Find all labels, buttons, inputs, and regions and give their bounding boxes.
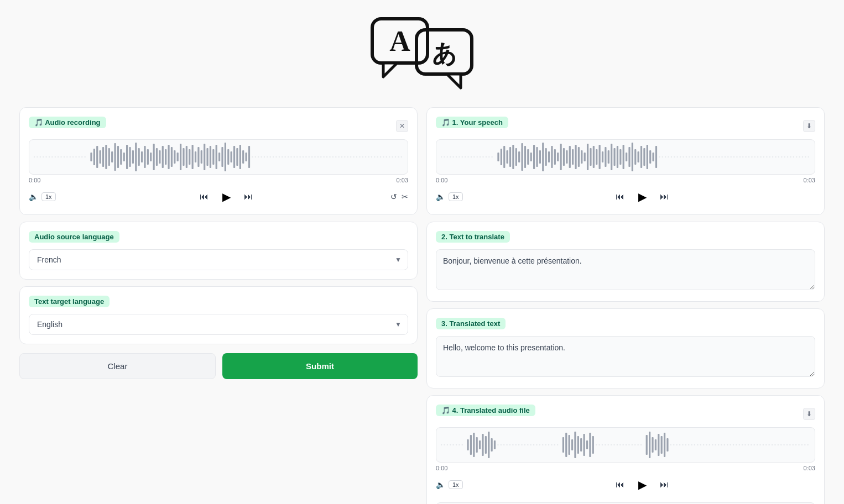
cut-button-left[interactable]: ✂ — [402, 192, 408, 201]
play-button-left[interactable]: ▶ — [217, 188, 235, 206]
speed-badge-left[interactable]: 1x — [41, 192, 56, 201]
svg-rect-10 — [100, 150, 101, 164]
svg-rect-135 — [577, 436, 579, 454]
svg-rect-93 — [587, 144, 588, 170]
audio-recording-label: 🎵 Audio recording — [29, 117, 106, 128]
svg-rect-44 — [201, 150, 202, 164]
volume-icon-audio[interactable]: 🔈 — [436, 480, 445, 489]
svg-rect-37 — [180, 144, 181, 170]
svg-rect-7 — [90, 153, 92, 161]
playback-controls-left: ⏮ ▶ ⏭ — [62, 188, 390, 206]
fast-forward-button-speech[interactable]: ⏭ — [660, 192, 669, 202]
source-language-dropdown-wrap: French English Spanish German ▼ — [29, 249, 408, 270]
translated-text-label: 3. Translated text — [436, 318, 506, 329]
svg-rect-22 — [135, 143, 137, 171]
translated-text-field[interactable] — [436, 336, 815, 377]
svg-rect-66 — [507, 150, 508, 164]
svg-text:あ: あ — [432, 40, 457, 67]
svg-rect-73 — [527, 149, 529, 165]
svg-rect-39 — [186, 146, 187, 168]
your-speech-waveform — [436, 139, 815, 175]
svg-rect-77 — [539, 150, 541, 164]
volume-icon-speech[interactable]: 🔈 — [436, 192, 445, 201]
text-to-translate-field[interactable] — [436, 249, 815, 290]
translated-text-card: 3. Translated text — [426, 308, 825, 389]
svg-rect-8 — [93, 149, 95, 165]
svg-rect-23 — [138, 148, 140, 166]
svg-rect-15 — [114, 143, 116, 171]
svg-rect-82 — [554, 149, 556, 165]
svg-rect-143 — [649, 432, 650, 458]
time-end-speech: 0:03 — [804, 177, 815, 183]
speed-badge-audio[interactable]: 1x — [449, 480, 463, 489]
svg-rect-146 — [658, 434, 659, 456]
download-audio-button[interactable]: ⬇ — [803, 408, 815, 420]
svg-rect-64 — [501, 149, 502, 165]
volume-icon-left[interactable]: 🔈 — [29, 192, 38, 201]
svg-rect-63 — [497, 153, 499, 161]
svg-rect-17 — [120, 149, 122, 165]
svg-rect-103 — [617, 146, 618, 168]
svg-rect-144 — [652, 437, 653, 453]
playback-controls-audio: ⏮ ▶ ⏭ — [470, 476, 815, 494]
svg-rect-88 — [572, 149, 574, 165]
svg-rect-56 — [236, 148, 238, 166]
download-speech-button[interactable]: ⬇ — [803, 120, 815, 132]
rewind-button-left[interactable]: ⏮ — [200, 192, 209, 202]
source-language-select[interactable]: French English Spanish German — [29, 249, 408, 270]
svg-rect-87 — [569, 146, 571, 168]
svg-rect-48 — [212, 149, 214, 165]
svg-rect-107 — [628, 147, 630, 167]
fast-forward-button-left[interactable]: ⏭ — [244, 192, 253, 202]
svg-rect-106 — [626, 153, 627, 161]
audio-waveform — [29, 139, 408, 175]
text-to-translate-label: 2. Text to translate — [436, 231, 510, 243]
svg-rect-99 — [605, 147, 606, 167]
svg-rect-115 — [652, 153, 654, 161]
svg-rect-26 — [147, 149, 149, 165]
svg-rect-24 — [141, 151, 143, 162]
svg-rect-9 — [96, 146, 98, 168]
svg-rect-19 — [126, 145, 128, 169]
close-button[interactable]: ✕ — [396, 120, 408, 132]
rewind-button-speech[interactable]: ⏮ — [616, 192, 624, 202]
svg-rect-90 — [578, 147, 580, 167]
target-language-select[interactable]: English French Spanish German — [29, 314, 408, 335]
svg-rect-134 — [574, 432, 576, 458]
your-speech-card: 🎵 1. Your speech ⬇ — [426, 107, 825, 215]
play-button-audio[interactable]: ▶ — [633, 476, 651, 494]
svg-rect-76 — [536, 147, 538, 167]
svg-rect-55 — [233, 146, 235, 168]
svg-rect-89 — [575, 145, 576, 169]
svg-rect-58 — [242, 150, 244, 164]
svg-rect-36 — [177, 153, 179, 161]
svg-rect-111 — [640, 146, 642, 168]
svg-rect-59 — [245, 153, 247, 161]
target-language-card: Text target language English French Span… — [19, 286, 418, 344]
speed-badge-speech[interactable]: 1x — [449, 192, 463, 201]
svg-rect-52 — [225, 143, 226, 171]
svg-rect-140 — [592, 436, 594, 454]
clear-button[interactable]: Clear — [19, 353, 216, 379]
submit-button[interactable]: Submit — [222, 353, 418, 379]
rewind-button-audio[interactable]: ⏮ — [616, 480, 624, 490]
svg-rect-105 — [623, 145, 624, 169]
svg-rect-68 — [512, 145, 514, 169]
svg-rect-35 — [174, 150, 175, 164]
svg-rect-110 — [638, 151, 639, 162]
svg-rect-139 — [589, 433, 591, 457]
translated-audio-label: 🎵 4. Translated audio file — [436, 405, 535, 416]
svg-rect-121 — [473, 433, 475, 457]
svg-rect-43 — [197, 147, 199, 167]
reset-button-left[interactable]: ↺ — [390, 192, 397, 201]
fast-forward-button-audio[interactable]: ⏭ — [660, 480, 669, 490]
svg-rect-96 — [596, 149, 597, 165]
svg-rect-16 — [117, 146, 119, 168]
svg-rect-14 — [111, 151, 113, 162]
svg-rect-142 — [646, 435, 648, 455]
svg-rect-97 — [599, 145, 601, 169]
svg-rect-34 — [171, 147, 173, 167]
svg-rect-74 — [530, 153, 532, 161]
audio-recording-card: 🎵 Audio recording ✕ — [19, 107, 418, 215]
play-button-speech[interactable]: ▶ — [633, 188, 651, 206]
